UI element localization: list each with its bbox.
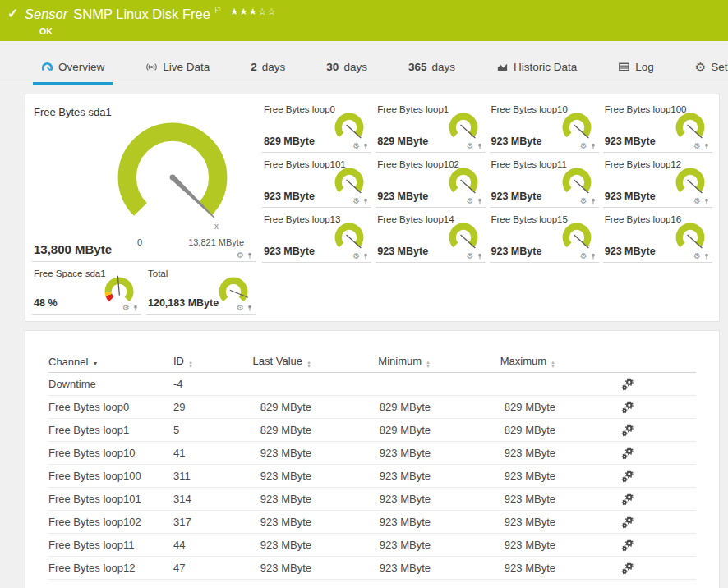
- channel-settings-icon[interactable]: [621, 401, 634, 414]
- cell-id: 314: [173, 493, 247, 505]
- gauge-title: Free Bytes loop1: [377, 104, 449, 114]
- pin-icon[interactable]: [132, 304, 139, 312]
- channel-settings-icon[interactable]: [621, 516, 634, 529]
- cell-maximum: 829 MByte: [431, 401, 555, 413]
- channel-settings-icon[interactable]: [621, 470, 634, 483]
- tab-settings[interactable]: ⚙ Settings: [687, 49, 728, 85]
- tab-365-days[interactable]: 365 days: [400, 49, 463, 85]
- gear-icon[interactable]: ⚙: [352, 197, 360, 205]
- pin-icon[interactable]: [477, 252, 483, 260]
- cell-maximum: 923 MByte: [431, 447, 555, 459]
- pin-icon[interactable]: [703, 142, 710, 150]
- tab-log[interactable]: Log: [610, 49, 662, 85]
- pin-icon[interactable]: [477, 197, 483, 205]
- pin-icon[interactable]: [362, 252, 369, 260]
- gear-icon[interactable]: ⚙: [352, 252, 360, 260]
- pin-icon[interactable]: [247, 304, 253, 312]
- gear-icon: ⚙: [695, 61, 706, 73]
- gear-icon[interactable]: ⚙: [237, 251, 244, 260]
- gauge-title: Free Bytes loop0: [264, 104, 335, 114]
- gear-icon[interactable]: ⚙: [580, 197, 587, 205]
- gear-icon[interactable]: ⚙: [467, 252, 474, 260]
- gauge-value: 923 MByte: [264, 246, 315, 257]
- tab-bar: Overview Live Data 2 days 30 days 365 da…: [0, 49, 728, 85]
- pin-icon[interactable]: [362, 142, 369, 150]
- pin-icon[interactable]: [477, 142, 483, 150]
- tab-2-days[interactable]: 2 days: [242, 49, 293, 85]
- cell-minimum: 923 MByte: [311, 562, 431, 574]
- main-gauge-cell: Free Bytes sda1 x̄ 0 13,821 MByte 13,800…: [32, 101, 256, 262]
- gauge-cell: Free Bytes loop15 923 MByte ⚙: [490, 211, 599, 263]
- page-title: SensorSNMP Linux Disk Free⚐: [25, 5, 222, 22]
- gear-icon[interactable]: ⚙: [580, 142, 587, 150]
- tab-live-data[interactable]: Live Data: [137, 49, 218, 85]
- cell-channel: Free Bytes loop1: [48, 424, 173, 436]
- col-header-maximum[interactable]: Maximum▲▼: [431, 355, 555, 368]
- channel-settings-icon[interactable]: [621, 562, 634, 575]
- pin-icon[interactable]: [590, 197, 597, 205]
- pin-icon[interactable]: [362, 197, 369, 205]
- gear-icon[interactable]: ⚙: [467, 142, 474, 150]
- channel-table-panel: Channel▼ ID▲▼ Last Value▲▼ Minimum▲▼ Max…: [25, 330, 720, 588]
- chart-icon: [496, 61, 509, 73]
- gauge-value: 923 MByte: [605, 246, 656, 257]
- pin-icon[interactable]: [247, 251, 253, 260]
- gear-icon[interactable]: ⚙: [693, 197, 701, 205]
- pin-icon[interactable]: [703, 252, 710, 260]
- cell-minimum: 923 MByte: [311, 516, 431, 528]
- tab-30-days[interactable]: 30 days: [318, 49, 376, 85]
- cell-minimum: 923 MByte: [311, 447, 431, 459]
- gauge-max-label: 13,821 MByte: [188, 237, 244, 247]
- small-gauge-grid: Free Bytes loop0 829 MByte ⚙ Free Bytes …: [262, 101, 712, 263]
- channel-settings-icon[interactable]: [621, 424, 634, 437]
- gauge-cell: Free Bytes loop101 923 MByte ⚙: [262, 156, 371, 208]
- main-gauge: x̄: [103, 109, 242, 249]
- tab-historic-data[interactable]: Historic Data: [488, 49, 585, 85]
- col-header-last-value[interactable]: Last Value▲▼: [247, 355, 311, 368]
- cell-id: 41: [173, 447, 247, 459]
- pin-icon[interactable]: [703, 197, 710, 205]
- cell-last-value: 923 MByte: [247, 447, 311, 459]
- table-header-row: Channel▼ ID▲▼ Last Value▲▼ Minimum▲▼ Max…: [48, 351, 696, 373]
- gauge-value: 923 MByte: [491, 191, 542, 202]
- gauge-title: Free Bytes loop11: [491, 159, 567, 169]
- cell-channel: Free Bytes loop0: [48, 401, 173, 413]
- channel-settings-icon[interactable]: [621, 539, 634, 552]
- gear-icon[interactable]: ⚙: [122, 304, 130, 312]
- gauge-title: Free Bytes loop10: [491, 104, 568, 114]
- gauge-value: 48 %: [34, 297, 58, 309]
- tab-overview[interactable]: Overview: [33, 49, 113, 85]
- gear-icon[interactable]: ⚙: [352, 142, 360, 150]
- channel-settings-icon[interactable]: [621, 447, 634, 460]
- channel-gauge: [558, 108, 596, 146]
- gauge-cell: Free Bytes loop102 923 MByte ⚙: [376, 156, 485, 208]
- gear-icon[interactable]: ⚙: [693, 252, 701, 260]
- pin-icon[interactable]: [590, 142, 597, 150]
- gear-icon[interactable]: ⚙: [580, 252, 587, 260]
- cell-last-value: 923 MByte: [247, 493, 311, 505]
- col-header-minimum[interactable]: Minimum▲▼: [311, 355, 431, 368]
- channel-gauge: [445, 163, 482, 201]
- cell-channel: Free Bytes loop12: [48, 562, 173, 574]
- channel-table-body: Downtime -4 Free Bytes loop0 29 829 MByt…: [48, 373, 696, 580]
- col-header-id[interactable]: ID▲▼: [173, 355, 247, 368]
- gear-icon[interactable]: ⚙: [467, 197, 474, 205]
- gauge-value: 923 MByte: [264, 191, 315, 202]
- sort-icon: ▲▼: [551, 361, 555, 368]
- flag-icon[interactable]: ⚐: [214, 5, 222, 15]
- table-row: Free Bytes loop101 314 923 MByte 923 MBy…: [48, 488, 696, 511]
- col-header-channel[interactable]: Channel▼: [48, 356, 173, 368]
- channel-settings-icon[interactable]: [621, 378, 634, 391]
- tab-label: days: [343, 61, 367, 73]
- main-gauge-value: 13,800 MByte: [34, 242, 112, 256]
- channel-gauge: [330, 108, 368, 146]
- object-kind: Sensor: [25, 7, 67, 21]
- tab-label: days: [262, 61, 286, 73]
- pin-icon[interactable]: [590, 252, 597, 260]
- priority-stars[interactable]: ★★★☆☆: [230, 6, 277, 17]
- gauge-title: Free Bytes loop14: [377, 214, 454, 224]
- gear-icon[interactable]: ⚙: [693, 142, 701, 150]
- cell-maximum: 829 MByte: [431, 424, 555, 436]
- channel-settings-icon[interactable]: [621, 493, 634, 506]
- gear-icon[interactable]: ⚙: [237, 304, 244, 312]
